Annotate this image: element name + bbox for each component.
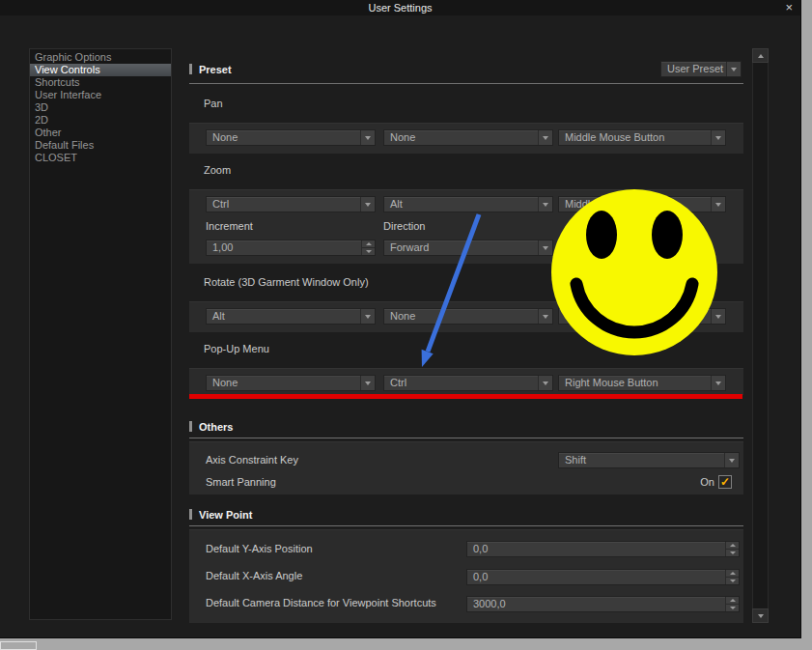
smart-panning-checkbox[interactable]: ✓ [718, 475, 732, 489]
zoom-label: Zoom [204, 164, 231, 177]
section-title: Others [199, 421, 233, 433]
rotate-modifier2-dropdown[interactable]: None [383, 308, 553, 325]
chevron-up-icon [730, 572, 736, 575]
sidebar-item-view-controls[interactable]: View Controls [30, 64, 171, 76]
chevron-down-icon [543, 315, 548, 319]
pan-label: Pan [204, 98, 223, 110]
spinner-up-button[interactable] [726, 570, 739, 578]
spinner-down-button[interactable] [726, 578, 739, 584]
spinner-up-button[interactable] [726, 542, 739, 550]
section-divider [189, 83, 743, 84]
direction-label: Direction [383, 220, 425, 233]
sidebar-item-user-interface[interactable]: User Interface [30, 89, 171, 101]
sidebar-item-shortcuts[interactable]: Shortcuts [30, 76, 171, 89]
dropdown-value: Shift [559, 453, 724, 467]
spinner-down-button[interactable] [726, 550, 739, 556]
dropdown-arrow-button[interactable] [538, 130, 552, 145]
dropdown-arrow-button[interactable] [538, 376, 552, 390]
spinner-value[interactable]: 0,0 [467, 542, 725, 556]
preset-selector[interactable]: User Preset [660, 61, 742, 77]
dropdown-arrow-button[interactable] [538, 197, 552, 212]
spinner-value[interactable]: 0,0 [467, 570, 725, 584]
others-section-header: Others [189, 418, 233, 435]
chevron-down-icon [543, 246, 548, 250]
sidebar-item-other[interactable]: Other [30, 127, 171, 139]
section-title: View Point [199, 509, 252, 521]
spinner-value[interactable]: 3000,0 [467, 597, 725, 611]
dropdown-value: Ctrl [384, 376, 538, 390]
chevron-down-icon [715, 136, 721, 140]
dropdown-arrow-button[interactable] [360, 130, 375, 145]
dropdown-value: None [207, 376, 360, 390]
chevron-down-icon [730, 579, 736, 582]
view-point-section-header: View Point [189, 506, 252, 523]
axis-constraint-dropdown[interactable]: Shift [558, 452, 740, 468]
dropdown-arrow-button[interactable] [360, 197, 375, 212]
chevron-down-icon [715, 315, 721, 319]
scrollbar-down-button[interactable] [752, 608, 769, 623]
chevron-down-icon [543, 382, 548, 385]
dropdown-arrow-button[interactable] [724, 453, 739, 467]
pan-mouse-dropdown[interactable]: Middle Mouse Button [558, 129, 726, 146]
partial-taskbar-button[interactable] [0, 641, 37, 650]
dropdown-value: Alt [384, 197, 538, 212]
chevron-down-icon [543, 203, 548, 207]
pan-modifier2-dropdown[interactable]: None [383, 129, 553, 146]
spinner-down-button[interactable] [362, 248, 375, 255]
dropdown-arrow-button[interactable] [711, 376, 725, 390]
chevron-down-icon [715, 382, 721, 385]
scrollbar-up-button[interactable] [752, 48, 769, 63]
spinner-down-button[interactable] [726, 605, 739, 611]
zoom-modifier1-dropdown[interactable]: Ctrl [206, 196, 376, 212]
popup-modifier2-dropdown[interactable]: Ctrl [383, 375, 553, 391]
zoom-mouse-dropdown[interactable]: Middle Mouse Button [558, 196, 726, 212]
rotate-mouse-dropdown[interactable] [558, 308, 726, 325]
dropdown-value: Ctrl [207, 197, 360, 212]
default-x-angle-spinner[interactable]: 0,0 [466, 569, 740, 585]
spinner-up-button[interactable] [362, 240, 375, 248]
dropdown-value: Middle Mouse Button [559, 197, 711, 212]
preset-section-header: Preset [189, 61, 232, 77]
zoom-modifier2-dropdown[interactable]: Alt [383, 196, 553, 212]
rotate-modifier1-dropdown[interactable]: Alt [206, 308, 376, 325]
smart-panning-label: Smart Panning [206, 476, 276, 489]
popup-mouse-dropdown[interactable]: Right Mouse Button [558, 375, 726, 391]
smart-panning-state-label: On [689, 476, 714, 489]
dropdown-arrow-button[interactable] [726, 62, 741, 76]
default-camera-distance-spinner[interactable]: 3000,0 [466, 596, 740, 612]
chevron-down-icon [365, 203, 371, 207]
chevron-up-icon [758, 54, 764, 58]
sidebar-item-graphic-options[interactable]: Graphic Options [30, 51, 171, 64]
dropdown-arrow-button[interactable] [711, 130, 725, 145]
dropdown-arrow-button[interactable] [538, 309, 552, 324]
popup-modifier1-dropdown[interactable]: None [206, 375, 376, 391]
pan-modifier1-dropdown[interactable]: None [206, 129, 376, 146]
sidebar-item-2d[interactable]: 2D [30, 114, 171, 127]
increment-label: Increment [206, 220, 253, 233]
dropdown-arrow-button[interactable] [360, 376, 375, 390]
chevron-down-icon [715, 203, 721, 207]
close-icon[interactable]: × [785, 0, 793, 14]
increment-spinner[interactable]: 1,00 [206, 240, 376, 256]
dropdown-value: None [384, 130, 538, 145]
axis-constraint-label: Axis Constraint Key [206, 454, 298, 466]
dropdown-arrow-button[interactable] [360, 309, 375, 324]
spinner-up-button[interactable] [726, 597, 739, 605]
dropdown-arrow-button[interactable] [538, 240, 552, 255]
spinner-value[interactable]: 1,00 [207, 240, 361, 255]
direction-dropdown[interactable]: Forward [383, 240, 553, 256]
chevron-up-icon [730, 544, 736, 547]
sidebar-item-3d[interactable]: 3D [30, 101, 171, 114]
dropdown-arrow-button[interactable] [711, 197, 725, 212]
dropdown-arrow-button[interactable] [711, 309, 725, 324]
default-y-position-spinner[interactable]: 0,0 [466, 541, 740, 557]
dropdown-value: Middle Mouse Button [559, 130, 711, 145]
chevron-down-icon [758, 614, 764, 618]
sidebar-item-closet[interactable]: CLOSET [30, 152, 171, 164]
sidebar-item-default-files[interactable]: Default Files [30, 139, 171, 152]
chevron-down-icon [365, 315, 371, 319]
chevron-down-icon [730, 551, 736, 554]
scrollbar[interactable] [752, 48, 769, 623]
default-camera-distance-label: Default Camera Distance for Viewpoint Sh… [206, 597, 436, 609]
chevron-down-icon [365, 136, 371, 140]
